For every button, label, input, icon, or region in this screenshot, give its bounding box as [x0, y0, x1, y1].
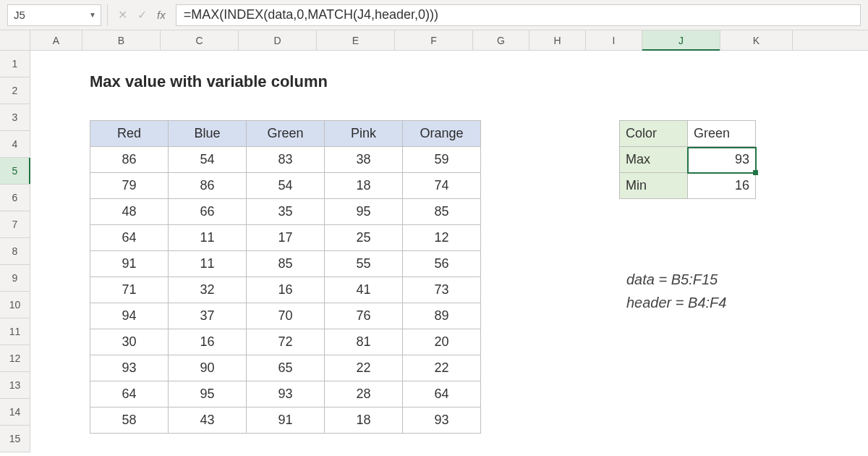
- cell[interactable]: 37: [169, 303, 247, 329]
- cell[interactable]: 17: [247, 225, 325, 251]
- table-header[interactable]: Green: [247, 121, 325, 147]
- row-header-9[interactable]: 9: [0, 265, 30, 292]
- cell[interactable]: 85: [247, 251, 325, 277]
- cell[interactable]: 35: [247, 199, 325, 225]
- cell[interactable]: 59: [403, 147, 481, 173]
- row-header-11[interactable]: 11: [0, 318, 30, 345]
- cell[interactable]: 83: [247, 147, 325, 173]
- sheet-area[interactable]: Max value with variable column Red Blue …: [30, 51, 868, 452]
- col-header-E[interactable]: E: [317, 30, 395, 50]
- cell[interactable]: 18: [325, 173, 403, 199]
- cell[interactable]: 64: [90, 225, 169, 251]
- cell[interactable]: 65: [247, 355, 325, 381]
- cell[interactable]: 94: [90, 303, 169, 329]
- row-header-14[interactable]: 14: [0, 399, 30, 426]
- table-header[interactable]: Red: [90, 121, 169, 147]
- cell[interactable]: 16: [169, 329, 247, 355]
- row-header-7[interactable]: 7: [0, 211, 30, 238]
- col-header-D[interactable]: D: [239, 30, 317, 50]
- row-header-12[interactable]: 12: [0, 345, 30, 372]
- col-header-G[interactable]: G: [473, 30, 529, 50]
- formula-input[interactable]: =MAX(INDEX(data,0,MATCH(J4,header,0))): [176, 4, 861, 26]
- cell[interactable]: 58: [90, 408, 169, 434]
- cell[interactable]: 93: [403, 408, 481, 434]
- cell[interactable]: 12: [403, 225, 481, 251]
- col-header-K[interactable]: K: [720, 30, 793, 50]
- summary-max-value[interactable]: 93: [688, 147, 756, 173]
- cell[interactable]: 48: [90, 199, 169, 225]
- table-header[interactable]: Orange: [403, 121, 481, 147]
- row-header-15[interactable]: 15: [0, 426, 30, 452]
- row-header-13[interactable]: 13: [0, 372, 30, 399]
- cell[interactable]: 86: [90, 147, 169, 173]
- cell[interactable]: 56: [403, 251, 481, 277]
- name-box-dropdown-icon[interactable]: ▼: [89, 11, 96, 19]
- row-header-3[interactable]: 3: [0, 104, 30, 131]
- cell[interactable]: 93: [247, 381, 325, 408]
- col-header-I[interactable]: I: [586, 30, 642, 50]
- summary-color-value[interactable]: Green: [688, 121, 756, 147]
- row-header-10[interactable]: 10: [0, 292, 30, 318]
- row-header-1[interactable]: 1: [0, 51, 30, 77]
- col-header-H[interactable]: H: [529, 30, 586, 50]
- cell[interactable]: 91: [90, 251, 169, 277]
- cell[interactable]: 71: [90, 277, 169, 303]
- cell[interactable]: 73: [403, 277, 481, 303]
- col-header-J[interactable]: J: [642, 30, 720, 50]
- row-header-8[interactable]: 8: [0, 238, 30, 265]
- select-all-corner[interactable]: [0, 30, 30, 50]
- cell[interactable]: 72: [247, 329, 325, 355]
- summary-max-label[interactable]: Max: [620, 147, 688, 173]
- table-header[interactable]: Pink: [325, 121, 403, 147]
- cell[interactable]: 66: [169, 199, 247, 225]
- cell[interactable]: 79: [90, 173, 169, 199]
- cell[interactable]: 89: [403, 303, 481, 329]
- cell[interactable]: 90: [169, 355, 247, 381]
- cell[interactable]: 38: [325, 147, 403, 173]
- row-header-4[interactable]: 4: [0, 131, 30, 158]
- cell[interactable]: 28: [325, 381, 403, 408]
- cell[interactable]: 43: [169, 408, 247, 434]
- cell[interactable]: 11: [169, 251, 247, 277]
- fx-icon[interactable]: fx: [157, 9, 166, 21]
- summary-min-value[interactable]: 16: [688, 173, 756, 199]
- col-header-F[interactable]: F: [395, 30, 473, 50]
- cell[interactable]: 18: [325, 408, 403, 434]
- col-header-B[interactable]: B: [82, 30, 161, 50]
- cell[interactable]: 32: [169, 277, 247, 303]
- summary-min-label[interactable]: Min: [620, 173, 688, 199]
- cell[interactable]: 22: [325, 355, 403, 381]
- cell[interactable]: 86: [169, 173, 247, 199]
- table-header[interactable]: Blue: [169, 121, 247, 147]
- cell[interactable]: 16: [247, 277, 325, 303]
- cell[interactable]: 30: [90, 329, 169, 355]
- row-header-6[interactable]: 6: [0, 185, 30, 211]
- cell[interactable]: 25: [325, 225, 403, 251]
- cell[interactable]: 54: [169, 147, 247, 173]
- formula-enter-icon[interactable]: ✓: [137, 8, 147, 22]
- row-header-2[interactable]: 2: [0, 77, 30, 104]
- col-header-A[interactable]: A: [30, 30, 82, 50]
- cell[interactable]: 64: [403, 381, 481, 408]
- name-box[interactable]: J5 ▼: [7, 4, 101, 26]
- cell[interactable]: 85: [403, 199, 481, 225]
- cell[interactable]: 55: [325, 251, 403, 277]
- cell[interactable]: 70: [247, 303, 325, 329]
- cell[interactable]: 91: [247, 408, 325, 434]
- cell[interactable]: 20: [403, 329, 481, 355]
- formula-cancel-icon[interactable]: ✕: [118, 8, 127, 22]
- cell[interactable]: 95: [169, 381, 247, 408]
- cell[interactable]: 76: [325, 303, 403, 329]
- col-header-C[interactable]: C: [161, 30, 239, 50]
- cell[interactable]: 93: [90, 355, 169, 381]
- cell[interactable]: 95: [325, 199, 403, 225]
- cell[interactable]: 41: [325, 277, 403, 303]
- cell[interactable]: 74: [403, 173, 481, 199]
- cell[interactable]: 11: [169, 225, 247, 251]
- cell[interactable]: 64: [90, 381, 169, 408]
- cell[interactable]: 22: [403, 355, 481, 381]
- row-header-5[interactable]: 5: [0, 158, 30, 185]
- summary-color-label[interactable]: Color: [620, 121, 688, 147]
- cell[interactable]: 54: [247, 173, 325, 199]
- cell[interactable]: 81: [325, 329, 403, 355]
